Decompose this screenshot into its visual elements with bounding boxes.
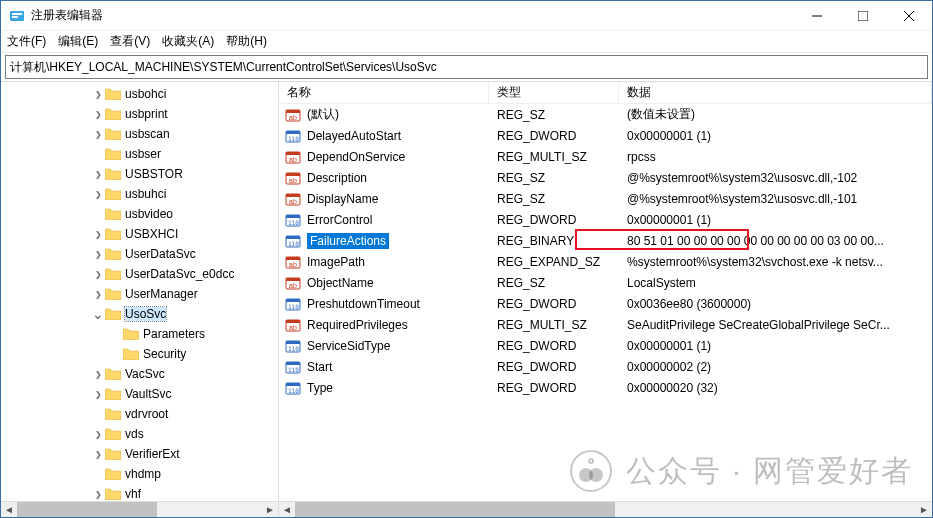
tree-node[interactable]: Parameters xyxy=(1,324,278,344)
tree-node[interactable]: ❯UserDataSvc xyxy=(1,244,278,264)
list-row[interactable]: 110ErrorControlREG_DWORD0x00000001 (1) xyxy=(279,209,932,230)
list-hscrollbar[interactable]: ◄ ► xyxy=(279,501,932,517)
tree-node[interactable]: ❯vds xyxy=(1,424,278,444)
value-name: ImagePath xyxy=(307,255,365,269)
tree-node[interactable]: ❯UserDataSvc_e0dcc xyxy=(1,264,278,284)
list-pane[interactable]: 名称 类型 数据 ab(默认)REG_SZ(数值未设置)110DelayedAu… xyxy=(279,82,932,517)
tree-node-label: Parameters xyxy=(143,327,205,341)
reg-sz-icon: ab xyxy=(285,191,301,207)
tree-node[interactable]: ❯usbohci xyxy=(1,84,278,104)
menu-edit[interactable]: 编辑(E) xyxy=(58,33,98,50)
expander-icon[interactable]: ❯ xyxy=(93,429,103,438)
tree-node[interactable]: ❯VerifierExt xyxy=(1,444,278,464)
svg-rect-29 xyxy=(286,257,300,260)
close-button[interactable] xyxy=(886,1,932,31)
menu-help[interactable]: 帮助(H) xyxy=(226,33,267,50)
tree-node[interactable]: usbvideo xyxy=(1,204,278,224)
expander-icon[interactable]: ❯ xyxy=(93,189,103,198)
list-row[interactable]: abRequiredPrivilegesREG_MULTI_SZSeAuditP… xyxy=(279,314,932,335)
expander-icon[interactable]: ❯ xyxy=(93,389,103,398)
tree-hscrollbar[interactable]: ◄ ► xyxy=(1,501,278,517)
folder-icon xyxy=(105,448,121,460)
value-type: REG_DWORD xyxy=(489,129,619,143)
expander-icon[interactable]: ❯ xyxy=(93,109,103,118)
titlebar: 注册表编辑器 xyxy=(1,1,932,31)
list-row[interactable]: abDescriptionREG_SZ@%systemroot%\system3… xyxy=(279,167,932,188)
value-type: REG_DWORD xyxy=(489,213,619,227)
menu-file[interactable]: 文件(F) xyxy=(7,33,46,50)
tree-node[interactable]: Security xyxy=(1,344,278,364)
tree-node[interactable]: ❯vhf xyxy=(1,484,278,501)
tree-node-label: UserDataSvc xyxy=(125,247,196,261)
folder-icon xyxy=(105,188,121,200)
expander-icon[interactable]: ❯ xyxy=(93,249,103,258)
list-row[interactable]: abDisplayNameREG_SZ@%systemroot%\system3… xyxy=(279,188,932,209)
tree-pane[interactable]: ❯usbohci❯usbprint❯usbscanusbser❯USBSTOR❯… xyxy=(1,82,279,517)
tree-node-label: usbuhci xyxy=(125,187,166,201)
tree-node[interactable]: ❯VaultSvc xyxy=(1,384,278,404)
column-type[interactable]: 类型 xyxy=(489,82,619,103)
folder-icon xyxy=(105,268,121,280)
folder-icon xyxy=(123,328,139,340)
scroll-right-button[interactable]: ► xyxy=(916,502,932,518)
tree-node-label: vhf xyxy=(125,487,141,501)
value-type: REG_DWORD xyxy=(489,360,619,374)
expander-icon[interactable]: ❯ xyxy=(93,89,103,98)
tree-node[interactable]: vhdmp xyxy=(1,464,278,484)
tree-node[interactable]: vdrvroot xyxy=(1,404,278,424)
expander-icon[interactable]: ⌄ xyxy=(91,310,105,318)
tree-node[interactable]: ❯VacSvc xyxy=(1,364,278,384)
menu-favorites[interactable]: 收藏夹(A) xyxy=(162,33,214,50)
expander-icon[interactable]: ❯ xyxy=(93,169,103,178)
tree-node[interactable]: ❯usbscan xyxy=(1,124,278,144)
folder-icon xyxy=(105,208,121,220)
svg-text:110: 110 xyxy=(288,387,299,394)
list-row[interactable]: ab(默认)REG_SZ(数值未设置) xyxy=(279,104,932,125)
svg-rect-35 xyxy=(286,299,300,302)
svg-rect-20 xyxy=(286,194,300,197)
value-name: ServiceSidType xyxy=(307,339,390,353)
value-data: 0x0036ee80 (3600000) xyxy=(619,297,932,311)
value-type: REG_SZ xyxy=(489,108,619,122)
list-row[interactable]: 110ServiceSidTypeREG_DWORD0x00000001 (1) xyxy=(279,335,932,356)
value-type: REG_DWORD xyxy=(489,297,619,311)
expander-icon[interactable]: ❯ xyxy=(93,229,103,238)
minimize-button[interactable] xyxy=(794,1,840,31)
tree-node[interactable]: ❯USBXHCI xyxy=(1,224,278,244)
scroll-left-button[interactable]: ◄ xyxy=(279,502,295,518)
value-data: (数值未设置) xyxy=(619,106,932,123)
value-type: REG_DWORD xyxy=(489,339,619,353)
svg-rect-17 xyxy=(286,173,300,176)
svg-text:110: 110 xyxy=(288,219,299,226)
expander-icon[interactable]: ❯ xyxy=(93,369,103,378)
menu-view[interactable]: 查看(V) xyxy=(110,33,150,50)
scroll-left-button[interactable]: ◄ xyxy=(1,502,17,518)
maximize-button[interactable] xyxy=(840,1,886,31)
expander-icon[interactable]: ❯ xyxy=(93,269,103,278)
list-row[interactable]: abDependOnServiceREG_MULTI_SZrpcss xyxy=(279,146,932,167)
list-row[interactable]: 110TypeREG_DWORD0x00000020 (32) xyxy=(279,377,932,398)
expander-icon[interactable]: ❯ xyxy=(93,489,103,498)
list-row[interactable]: 110StartREG_DWORD0x00000002 (2) xyxy=(279,356,932,377)
list-row[interactable]: abObjectNameREG_SZLocalSystem xyxy=(279,272,932,293)
tree-node[interactable]: ⌄UsoSvc xyxy=(1,304,278,324)
tree-node-label: USBSTOR xyxy=(125,167,183,181)
list-row[interactable]: 110DelayedAutoStartREG_DWORD0x00000001 (… xyxy=(279,125,932,146)
list-row[interactable]: abImagePathREG_EXPAND_SZ%systemroot%\sys… xyxy=(279,251,932,272)
expander-icon[interactable]: ❯ xyxy=(93,129,103,138)
value-type: REG_DWORD xyxy=(489,381,619,395)
tree-node[interactable]: ❯usbprint xyxy=(1,104,278,124)
tree-node[interactable]: usbser xyxy=(1,144,278,164)
tree-node[interactable]: ❯usbuhci xyxy=(1,184,278,204)
address-bar[interactable]: 计算机\HKEY_LOCAL_MACHINE\SYSTEM\CurrentCon… xyxy=(5,55,928,79)
scroll-right-button[interactable]: ► xyxy=(262,502,278,518)
column-data[interactable]: 数据 xyxy=(619,82,932,103)
tree-node[interactable]: ❯USBSTOR xyxy=(1,164,278,184)
column-name[interactable]: 名称 xyxy=(279,82,489,103)
expander-icon[interactable]: ❯ xyxy=(93,449,103,458)
value-name: ErrorControl xyxy=(307,213,372,227)
list-row[interactable]: 110FailureActionsREG_BINARY80 51 01 00 0… xyxy=(279,230,932,251)
list-row[interactable]: 110PreshutdownTimeoutREG_DWORD0x0036ee80… xyxy=(279,293,932,314)
tree-node[interactable]: ❯UserManager xyxy=(1,284,278,304)
expander-icon[interactable]: ❯ xyxy=(93,289,103,298)
